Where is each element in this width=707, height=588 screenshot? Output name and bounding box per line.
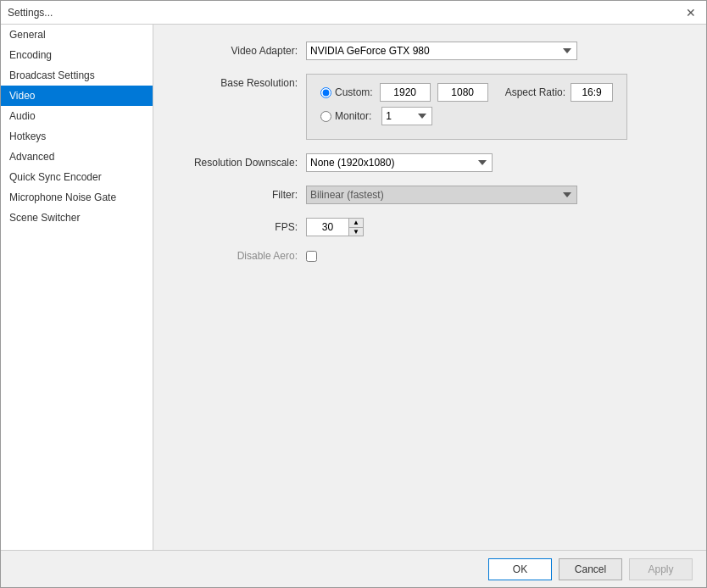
- sidebar-item-encoding[interactable]: Encoding: [1, 45, 153, 65]
- disable-aero-checkbox[interactable]: [306, 251, 317, 262]
- downscale-group: Resolution Downscale: None (1920x1080): [179, 153, 681, 172]
- settings-dialog: Settings... ✕ General Encoding Broadcast…: [0, 0, 707, 588]
- video-adapter-select[interactable]: NVIDIA GeForce GTX 980: [306, 42, 577, 60]
- dialog-body: General Encoding Broadcast Settings Vide…: [1, 25, 706, 550]
- cancel-button[interactable]: Cancel: [559, 558, 622, 580]
- fps-increment-button[interactable]: ▲: [349, 219, 363, 228]
- custom-height-input[interactable]: [437, 83, 488, 102]
- sidebar-item-scene-switcher[interactable]: Scene Switcher: [1, 208, 153, 228]
- fps-input[interactable]: [306, 218, 348, 236]
- sidebar-item-hotkeys[interactable]: Hotkeys: [1, 126, 153, 147]
- aspect-ratio-label: Aspect Ratio:: [505, 86, 565, 98]
- fps-spinner-buttons: ▲ ▼: [348, 218, 364, 236]
- filter-group: Filter: Bilinear (fastest): [179, 186, 681, 204]
- base-resolution-label: Base Resolution:: [179, 74, 298, 89]
- ok-button[interactable]: OK: [488, 558, 552, 580]
- content-area: Video Adapter: NVIDIA GeForce GTX 980 Ba…: [153, 25, 706, 550]
- sidebar-item-broadcast-settings[interactable]: Broadcast Settings: [1, 65, 153, 86]
- downscale-label: Resolution Downscale:: [179, 157, 298, 169]
- fps-group: FPS: ▲ ▼: [179, 218, 681, 236]
- base-resolution-box: Custom: Aspect Ratio: Monitor: 1: [306, 74, 627, 140]
- sidebar-item-general[interactable]: General: [1, 25, 153, 45]
- monitor-radio[interactable]: [320, 111, 331, 122]
- disable-aero-label: Disable Aero:: [179, 250, 298, 262]
- sidebar-item-advanced[interactable]: Advanced: [1, 147, 153, 167]
- video-adapter-group: Video Adapter: NVIDIA GeForce GTX 980: [179, 42, 681, 60]
- aspect-ratio-input[interactable]: [571, 83, 613, 102]
- disable-aero-group: Disable Aero:: [179, 250, 681, 262]
- base-resolution-section: Base Resolution: Custom: Aspect Ratio:: [179, 74, 681, 140]
- custom-label: Custom:: [335, 86, 373, 98]
- close-button[interactable]: ✕: [682, 4, 699, 21]
- filter-select[interactable]: Bilinear (fastest): [306, 186, 577, 204]
- custom-row: Custom: Aspect Ratio:: [320, 83, 613, 102]
- fps-spinner: ▲ ▼: [306, 218, 364, 236]
- monitor-label: Monitor:: [335, 110, 371, 122]
- filter-label: Filter:: [179, 189, 298, 201]
- sidebar-item-microphone-noise-gate[interactable]: Microphone Noise Gate: [1, 187, 153, 208]
- dialog-title: Settings...: [8, 7, 53, 19]
- downscale-select[interactable]: None (1920x1080): [306, 153, 493, 172]
- title-bar: Settings... ✕: [1, 1, 706, 25]
- monitor-select[interactable]: 1: [381, 107, 432, 125]
- dialog-footer: OK Cancel Apply: [1, 550, 706, 587]
- fps-decrement-button[interactable]: ▼: [349, 228, 363, 236]
- sidebar-item-audio[interactable]: Audio: [1, 106, 153, 126]
- sidebar: General Encoding Broadcast Settings Vide…: [1, 25, 153, 550]
- sidebar-item-video[interactable]: Video: [1, 86, 153, 106]
- custom-width-input[interactable]: [380, 83, 431, 102]
- monitor-row: Monitor: 1: [320, 107, 613, 125]
- custom-radio[interactable]: [320, 87, 331, 98]
- fps-label: FPS:: [179, 221, 298, 233]
- video-adapter-label: Video Adapter:: [179, 45, 298, 57]
- apply-button[interactable]: Apply: [629, 558, 693, 580]
- sidebar-item-quick-sync-encoder[interactable]: Quick Sync Encoder: [1, 167, 153, 187]
